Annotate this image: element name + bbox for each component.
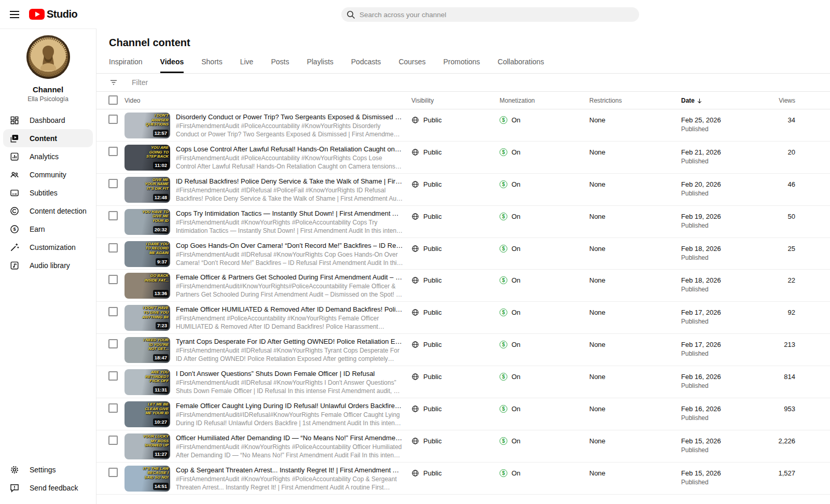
monetization-cell[interactable]: $ On (500, 276, 589, 284)
header-date[interactable]: Date (681, 92, 757, 104)
visibility-cell[interactable]: Public (411, 469, 500, 477)
monetization-cell[interactable]: $ On (500, 469, 589, 477)
video-row[interactable]: IT'S THE LAW BECAUSE I SAID SO NO! 14:51… (96, 463, 830, 495)
visibility-cell[interactable]: Public (411, 405, 500, 413)
video-thumbnail[interactable]: I NEED YOUR ID YOU'RE NOT GET... 18:47 (125, 337, 170, 363)
video-row[interactable]: YOU ARE GOING TO STEP BACK 11:02 Cops Lo… (96, 142, 830, 174)
sidebar-item-content-detection[interactable]: Content detection (0, 202, 96, 220)
header-visibility[interactable]: Visibility (411, 92, 500, 104)
video-title[interactable]: Female Officer Caught Lying During ID Re… (176, 402, 403, 410)
video-row[interactable]: I DARE YOU TO RECORD ME AGAIN 9:37 Cop G… (96, 238, 830, 270)
search-bar[interactable] (341, 7, 639, 22)
hamburger-menu-icon[interactable] (4, 4, 25, 25)
row-checkbox[interactable] (108, 211, 118, 220)
video-title[interactable]: Disorderly Conduct or Power Trip? Two Se… (176, 113, 403, 121)
row-checkbox[interactable] (108, 436, 118, 445)
video-title[interactable]: I Don't Answer Questions” Shuts Down Fem… (176, 370, 403, 377)
visibility-cell[interactable]: Public (411, 180, 500, 188)
video-title[interactable]: Female Officer HUMILIATED & Removed Afte… (176, 305, 403, 313)
header-views[interactable]: Views (757, 92, 795, 104)
sidebar-item-customization[interactable]: Customization (0, 238, 96, 256)
video-thumbnail[interactable]: I DON'T HAVE TO GIVE YOU ANYTHING B# 7:2… (125, 305, 170, 331)
video-title[interactable]: Tyrant Cops Desperate For ID After Getti… (176, 338, 403, 345)
video-thumbnail[interactable]: YOU HAVE TO GIVE ME YOUR ID 20:32 (125, 209, 170, 235)
visibility-cell[interactable]: Public (411, 148, 500, 156)
video-row[interactable]: GO BACK INSIDE FAT... 13:36 Female Offic… (96, 270, 830, 302)
row-checkbox[interactable] (108, 115, 118, 124)
video-thumbnail[interactable]: ARE YOU RET#RDED? F#CK OFF 11:31 (125, 369, 170, 395)
video-thumbnail[interactable]: LET ME BE CLEAR GIVE ME YOUR ID 10:27 (125, 401, 170, 427)
monetization-cell[interactable]: $ On (500, 180, 589, 188)
row-checkbox[interactable] (108, 307, 118, 316)
video-row[interactable]: I DON'T HAVE TO GIVE YOU ANYTHING B# 7:2… (96, 302, 830, 334)
monetization-cell[interactable]: $ On (500, 437, 589, 445)
tab-playlists[interactable]: Playlists (307, 58, 333, 73)
sidebar-item-send-feedback[interactable]: Send feedback (0, 479, 96, 497)
row-checkbox[interactable] (108, 339, 118, 348)
video-thumbnail[interactable]: I DARE YOU TO RECORD ME AGAIN 9:37 (125, 241, 170, 267)
monetization-cell[interactable]: $ On (500, 213, 589, 220)
video-row[interactable]: GIVE ME YOUR NAME IT'S DIK FIT 12:48 ID … (96, 174, 830, 206)
row-checkbox[interactable] (108, 468, 118, 477)
select-all-checkbox[interactable] (108, 95, 118, 105)
video-row[interactable]: I NEED YOUR ID YOU'RE NOT GET... 18:47 T… (96, 334, 830, 366)
visibility-cell[interactable]: Public (411, 309, 500, 316)
header-restrictions[interactable]: Restrictions (589, 92, 681, 104)
monetization-cell[interactable]: $ On (500, 405, 589, 413)
video-row[interactable]: I DON'T ANWSER QUESTIONS 12:57 Disorderl… (96, 109, 830, 142)
video-title[interactable]: ID Refusal Backfires! Police Deny Servic… (176, 177, 403, 185)
visibility-cell[interactable]: Public (411, 341, 500, 348)
sidebar-item-earn[interactable]: $Earn (0, 220, 96, 238)
visibility-cell[interactable]: Public (411, 245, 500, 253)
tab-shorts[interactable]: Shorts (201, 58, 222, 73)
video-thumbnail[interactable]: GO BACK INSIDE FAT... 13:36 (125, 273, 170, 299)
row-checkbox[interactable] (108, 371, 118, 381)
sidebar-item-audio-library[interactable]: Audio library (0, 256, 96, 274)
row-checkbox[interactable] (108, 243, 118, 253)
row-checkbox[interactable] (108, 179, 118, 188)
tab-posts[interactable]: Posts (271, 58, 289, 73)
sidebar-item-analytics[interactable]: Analytics (0, 147, 96, 165)
tab-podcasts[interactable]: Podcasts (351, 58, 381, 73)
channel-avatar[interactable] (26, 35, 70, 79)
visibility-cell[interactable]: Public (411, 213, 500, 220)
video-thumbnail[interactable]: I DON'T ANWSER QUESTIONS 12:57 (125, 113, 170, 138)
tab-promotions[interactable]: Promotions (444, 58, 480, 73)
monetization-cell[interactable]: $ On (500, 373, 589, 381)
row-checkbox[interactable] (108, 147, 118, 156)
sidebar-item-content[interactable]: Content (3, 129, 93, 147)
video-row[interactable]: YOU HAVE TO GIVE ME YOUR ID 20:32 Cops T… (96, 206, 830, 238)
video-thumbnail[interactable]: YOU ARE GOING TO STEP BACK 11:02 (125, 145, 170, 171)
video-thumbnail[interactable]: YOUR LUCKY MY BOSS SHOWED UP 11:27 (125, 433, 170, 459)
monetization-cell[interactable]: $ On (500, 309, 589, 316)
video-title[interactable]: Cops Lose Control After Lawful Refusal! … (176, 145, 403, 153)
row-checkbox[interactable] (108, 275, 118, 284)
monetization-cell[interactable]: $ On (500, 116, 589, 124)
video-thumbnail[interactable]: IT'S THE LAW BECAUSE I SAID SO NO! 14:51 (125, 466, 170, 492)
visibility-cell[interactable]: Public (411, 116, 500, 124)
row-checkbox[interactable] (108, 403, 118, 413)
header-video[interactable]: Video (125, 92, 176, 104)
sidebar-item-community[interactable]: Community (0, 165, 96, 184)
monetization-cell[interactable]: $ On (500, 245, 589, 253)
video-title[interactable]: Officer Humiliated After Demanding ID — … (176, 434, 403, 442)
tab-videos[interactable]: Videos (160, 58, 184, 73)
monetization-cell[interactable]: $ On (500, 148, 589, 156)
youtube-studio-logo[interactable]: Studio (29, 8, 77, 20)
video-title[interactable]: Cop Goes Hands-On Over Camera! “Don't Re… (176, 242, 403, 249)
video-row[interactable]: YOUR LUCKY MY BOSS SHOWED UP 11:27 Offic… (96, 430, 830, 463)
visibility-cell[interactable]: Public (411, 373, 500, 381)
monetization-cell[interactable]: $ On (500, 341, 589, 348)
visibility-cell[interactable]: Public (411, 437, 500, 445)
tab-collaborations[interactable]: Collaborations (497, 58, 544, 73)
video-title[interactable]: Cop & Sergeant Threaten Arrest... Instan… (176, 466, 403, 474)
filter-bar[interactable]: Filter (96, 74, 830, 92)
search-input[interactable] (359, 11, 608, 19)
tab-inspiration[interactable]: Inspiration (109, 58, 143, 73)
sidebar-item-subtitles[interactable]: Subtitles (0, 184, 96, 202)
sidebar-item-settings[interactable]: Settings (0, 460, 96, 479)
header-monetization[interactable]: Monetization (500, 92, 589, 104)
video-row[interactable]: ARE YOU RET#RDED? F#CK OFF 11:31 I Don't… (96, 366, 830, 398)
video-row[interactable]: LET ME BE CLEAR GIVE ME YOUR ID 10:27 Fe… (96, 398, 830, 430)
visibility-cell[interactable]: Public (411, 276, 500, 284)
